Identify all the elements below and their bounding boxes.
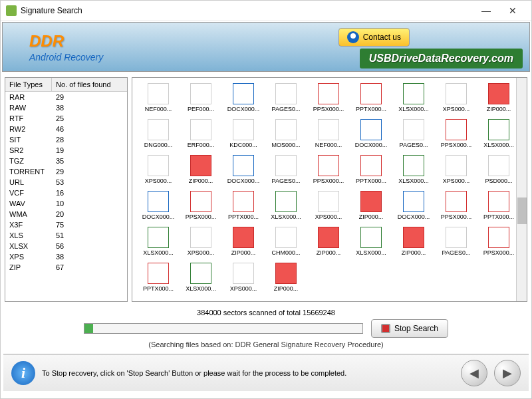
table-row[interactable]: WAV10 [5,198,127,209]
file-item[interactable]: ZIP000... [350,191,392,220]
col-files-found[interactable]: No. of files found [52,78,127,91]
file-label: DNG000... [138,142,179,148]
file-item[interactable]: PAGES0... [265,155,307,184]
table-row[interactable]: RW246 [5,124,127,134]
file-item[interactable]: PPSX000... [478,227,519,256]
file-item[interactable]: PPSX000... [308,83,349,112]
file-item[interactable]: ZIP000... [478,83,519,112]
file-item[interactable]: XPS000... [436,83,477,112]
file-item[interactable]: ZIP000... [223,227,264,256]
table-row[interactable]: RAR29 [5,92,127,102]
close-button[interactable]: ✕ [499,1,526,20]
file-item[interactable]: ZIP000... [393,227,434,256]
file-item[interactable]: DOCX000... [138,191,179,220]
file-item[interactable]: KDC000... [223,119,264,148]
file-item[interactable]: XLSX000... [478,119,519,148]
file-item[interactable]: PAGES0... [265,83,307,112]
file-item[interactable]: PPSX000... [308,155,349,184]
table-row[interactable]: XLSX56 [5,241,127,251]
file-item[interactable]: DOCX000... [393,191,434,220]
table-row[interactable]: ZIP67 [5,262,127,273]
table-row[interactable]: TORRENT29 [5,166,127,177]
file-item[interactable]: ZIP000... [308,227,349,256]
scrollbar-thumb[interactable] [517,198,527,224]
table-row[interactable]: VCF16 [5,188,127,198]
table-row[interactable]: X3F75 [5,219,127,230]
file-label: DOCX000... [138,213,179,220]
file-item[interactable]: XLSX000... [350,227,392,256]
col-file-types[interactable]: File Types [5,78,52,91]
file-icon [488,83,509,104]
file-item[interactable]: DNG000... [138,119,179,148]
file-icon [148,119,169,140]
file-icon [275,119,297,140]
window-title: Signature Search [21,6,473,15]
file-item[interactable]: PSD000... [478,155,519,184]
table-row[interactable]: SR219 [5,145,127,156]
file-item[interactable]: CHM000... [265,227,307,256]
file-item[interactable]: XPS000... [223,263,264,292]
file-label: ZIP000... [223,249,264,256]
file-item[interactable]: PPTX000... [350,155,392,184]
file-item[interactable]: NEF000... [138,83,179,112]
file-item[interactable]: PAGES0... [436,227,477,256]
file-label: PPSX000... [478,249,519,256]
table-row[interactable]: WMA20 [5,209,127,219]
file-grid[interactable]: NEF000...PEF000...DOCX000...PAGES0...PPS… [132,78,527,301]
file-item[interactable]: XPS000... [180,227,221,256]
file-item[interactable]: XLSX000... [393,155,434,184]
file-item[interactable]: DOCX000... [350,119,392,148]
scrollbar[interactable] [516,78,527,301]
file-label: PPTX000... [138,285,179,292]
file-label: XLSX000... [180,285,221,292]
table-row[interactable]: XLS51 [5,230,127,241]
file-label: XLSX000... [265,213,307,220]
file-item[interactable]: XLSX000... [138,227,179,256]
back-button[interactable]: ◀ [461,360,487,386]
file-item[interactable]: ERF000... [180,119,221,148]
file-label: PSD000... [478,178,519,184]
minimize-button[interactable]: — [473,1,499,20]
file-item[interactable]: PPTX000... [223,191,264,220]
file-item[interactable]: DOCX000... [223,83,264,112]
file-item[interactable]: PPSX000... [436,191,477,220]
file-icon [275,227,297,248]
file-icon [233,119,254,140]
file-item[interactable]: ZIP000... [265,263,307,292]
file-label: ZIP000... [265,285,307,292]
contact-us-button[interactable]: Contact us [338,28,410,47]
file-item[interactable]: PPSX000... [180,191,221,220]
file-icon [446,227,467,248]
file-label: PAGES0... [436,249,477,256]
file-item[interactable]: ZIP000... [180,155,221,184]
file-item[interactable]: XLSX000... [180,263,221,292]
table-body[interactable]: RAR29RAW38RTF25RW246SIT28SR219TGZ35TORRE… [5,92,127,302]
file-item[interactable]: PPTX000... [350,83,392,112]
file-item[interactable]: NEF000... [308,119,349,148]
file-icon [190,83,211,104]
file-item[interactable]: XLSX000... [265,191,307,220]
file-item[interactable]: PPTX000... [138,263,179,292]
file-item[interactable]: MOS000... [265,119,307,148]
table-row[interactable]: TGZ35 [5,156,127,166]
next-button[interactable]: ▶ [494,360,521,386]
file-item[interactable]: PPTX000... [478,191,519,220]
progress-status: 384000 sectors scanned of total 15669248 [197,309,335,317]
stop-label: Stop Search [394,324,438,333]
table-row[interactable]: XPS38 [5,251,127,262]
file-item[interactable]: PPSX000... [436,119,477,148]
table-row[interactable]: URL53 [5,177,127,188]
file-item[interactable]: XPS000... [308,191,349,220]
file-item[interactable]: DOCX000... [223,155,264,184]
file-icon [403,119,424,140]
file-item[interactable]: XLSX000... [393,83,434,112]
table-row[interactable]: SIT28 [5,134,127,145]
file-item[interactable]: PAGES0... [393,119,434,148]
file-item[interactable]: XPS000... [138,155,179,184]
stop-search-button[interactable]: Stop Search [371,319,448,338]
file-item[interactable]: PEF000... [180,83,221,112]
titlebar: Signature Search — ✕ [1,1,531,21]
table-row[interactable]: RAW38 [5,102,127,113]
file-item[interactable]: XPS000... [436,155,477,184]
table-row[interactable]: RTF25 [5,113,127,124]
